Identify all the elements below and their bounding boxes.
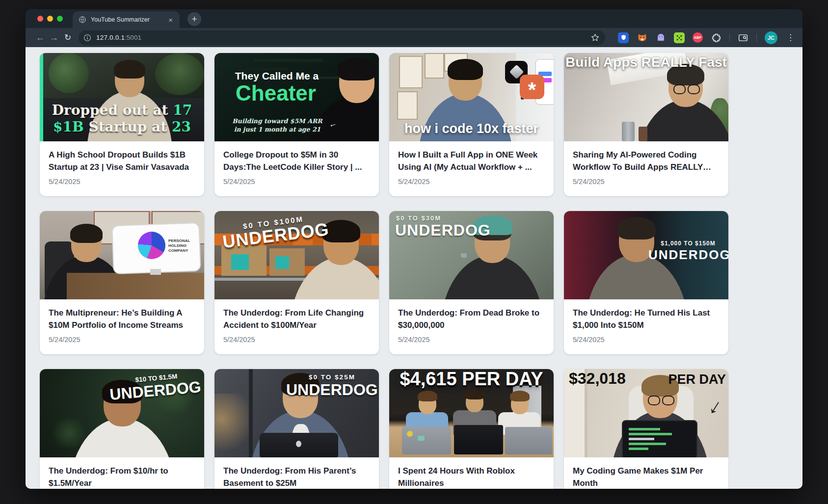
video-date: 5/24/2025	[223, 336, 370, 344]
browser-toolbar: ← → ↻ 127.0.0.1:5001	[26, 28, 802, 47]
forward-button[interactable]: →	[47, 31, 61, 45]
video-title: The Multipreneur: He’s Building A $10M P…	[49, 307, 195, 331]
page-content: Dropped out at 17$1B Startup at 23A High…	[26, 47, 802, 489]
video-thumbnail: $0 TO $30MUNDERDOG	[389, 211, 554, 299]
video-card[interactable]: Build Apps REALLY FastSharing My AI-Powe…	[564, 53, 728, 196]
thumbnail-shape	[461, 253, 467, 258]
video-title: A High School Dropout Builds $1B Startup…	[49, 149, 195, 173]
video-card-body: The Underdog: From $10/hr to $1.5M/Year	[40, 457, 204, 489]
back-button[interactable]: ←	[33, 31, 47, 45]
sidebar-search-icon[interactable]	[738, 32, 748, 43]
video-thumbnail: $32,018PER DAY↓	[564, 369, 728, 457]
thumbnail-shape	[399, 56, 423, 88]
new-tab-button[interactable]: +	[187, 12, 201, 26]
thumbnail-shape	[296, 441, 301, 447]
thumbnail-shape	[155, 53, 204, 95]
thumbnail-shape	[138, 232, 165, 259]
thumbnail-overlay-text: $32,018	[569, 370, 652, 387]
thumbnail-overlay-text: They Called Me a	[223, 71, 330, 82]
ghost-extension-icon[interactable]	[655, 32, 666, 43]
toolbar-divider	[756, 33, 757, 42]
extensions-puzzle-icon[interactable]	[711, 32, 721, 43]
video-card[interactable]: Dropped out at 17$1B Startup at 23A High…	[40, 53, 204, 196]
thumbnail-shape	[639, 127, 647, 141]
video-card-body: Sharing My AI-Powered Coding Workflow To…	[564, 141, 728, 186]
video-thumbnail: $0 TO $25MUNDERDOG	[214, 369, 379, 457]
thumbnail-person-glasses	[662, 396, 674, 406]
thumbnail-shape	[150, 269, 161, 275]
video-card-body: The Multipreneur: He’s Building A $10M P…	[40, 299, 204, 344]
thumbnail-overlay-text: PER DAY	[662, 372, 726, 387]
video-grid: Dropped out at 17$1B Startup at 23A High…	[26, 47, 802, 489]
video-thumbnail: PERSONAL HOLDING COMPANY	[40, 211, 204, 299]
fox-extension-icon[interactable]	[637, 32, 647, 43]
thumbnail-person-glasses	[648, 396, 660, 406]
video-thumbnail: $10 TO $1.5MUNDERDOG	[40, 369, 204, 457]
minimize-window-button[interactable]	[47, 16, 53, 22]
video-date: 5/24/2025	[398, 178, 545, 186]
video-card-body: A High School Dropout Builds $1B Startup…	[40, 141, 204, 186]
video-date: 5/24/2025	[49, 336, 195, 344]
favicon-globe-icon	[79, 16, 86, 24]
thumbnail-shape	[407, 431, 413, 437]
video-date: 5/24/2025	[398, 336, 545, 344]
tab-title: YouTube Summarizer	[91, 16, 166, 23]
video-card[interactable]: $4,615 PER DAYI Spent 24 Hours With Robl…	[389, 369, 554, 489]
video-date: 5/24/2025	[49, 178, 195, 186]
url-bar[interactable]: 127.0.0.1:5001	[79, 30, 605, 45]
thumbnail-overlay-text: in just 1 month at age 21	[228, 126, 326, 133]
thumbnail-overlay-text: PERSONAL HOLDING COMPANY	[168, 239, 196, 253]
close-window-button[interactable]	[37, 16, 43, 22]
dice-extension-icon[interactable]	[674, 32, 685, 43]
thumbnail-shape	[629, 448, 648, 450]
video-card[interactable]: $1,000 TO $150MUNDERDOGThe Underdog: He …	[564, 211, 728, 354]
video-thumbnail: $1,000 TO $150MUNDERDOG	[564, 211, 728, 299]
thumbnail-overlay-text: $1B Startup at 23	[40, 120, 204, 134]
video-card[interactable]: *how i code 10x fasterHow I Built a Full…	[389, 53, 554, 196]
site-info-icon[interactable]	[83, 34, 91, 42]
video-title: How I Built a Full App in ONE Week Using…	[398, 149, 545, 173]
thumbnail-overlay-text: Build Apps REALLY Fast	[564, 55, 728, 70]
video-title: I Spent 24 Hours With Roblox Millionaire…	[398, 465, 545, 489]
thumbnail-shape	[249, 369, 253, 457]
video-card[interactable]: $0 TO $100MUNDERDOGThe Underdog: From Li…	[214, 211, 379, 354]
thumbnail-overlay-text: UNDERDOG	[395, 222, 498, 239]
thumbnail-shape	[465, 389, 484, 399]
video-card[interactable]: $32,018PER DAY↓My Coding Game Makes $1M …	[564, 369, 728, 489]
thumbnail-shape	[254, 59, 322, 62]
profile-avatar[interactable]: JC	[765, 31, 777, 44]
video-thumbnail: $4,615 PER DAY	[389, 369, 554, 457]
video-card-body: The Underdog: From Life Changing Acciden…	[214, 299, 379, 344]
tab-close-icon[interactable]: ×	[166, 15, 175, 25]
video-card[interactable]: $10 TO $1.5MUNDERDOGThe Underdog: From $…	[40, 369, 204, 489]
thumbnail-shape	[397, 91, 418, 120]
video-card[interactable]: They Called Me aCheaterBuilding toward $…	[214, 53, 379, 196]
video-card[interactable]: PERSONAL HOLDING COMPANYThe Multipreneur…	[40, 211, 204, 354]
extensions-row: ABP JC ⋮	[618, 31, 796, 44]
video-title: The Underdog: He Turned His Last $1,000 …	[573, 307, 720, 331]
video-card-body: The Underdog: From His Parent’s Basement…	[214, 457, 379, 489]
url-host: 127.0.0.1	[96, 34, 125, 41]
browser-menu-icon[interactable]: ⋮	[785, 33, 796, 42]
browser-window: YouTube Summarizer × + ← → ↻ 127.0.0.1:5…	[26, 9, 802, 489]
thumbnail-shape	[629, 428, 660, 430]
thumbnail-shape	[454, 425, 503, 454]
browser-tab[interactable]: YouTube Summarizer ×	[73, 11, 180, 28]
video-card[interactable]: $0 TO $30MUNDERDOGThe Underdog: From Dea…	[389, 211, 554, 354]
video-card-body: How I Built a Full App in ONE Week Using…	[389, 141, 554, 186]
maximize-window-button[interactable]	[57, 16, 63, 22]
toolbar-divider	[729, 33, 730, 42]
bitwarden-extension-icon[interactable]	[618, 32, 629, 43]
thumbnail-shape	[418, 436, 425, 441]
adblock-plus-extension-icon[interactable]: ABP	[693, 32, 703, 43]
thumbnail-overlay-text: $4,615 PER DAY	[389, 369, 554, 389]
thumbnail-overlay-text: UNDERDOG	[286, 381, 377, 398]
thumbnail-shape	[629, 433, 672, 435]
video-card[interactable]: $0 TO $25MUNDERDOGThe Underdog: From His…	[214, 369, 379, 489]
url-port: :5001	[125, 34, 141, 41]
bookmark-star-icon[interactable]	[591, 33, 599, 42]
reload-button[interactable]: ↻	[61, 31, 75, 45]
thumbnail-person-hair	[114, 60, 146, 79]
video-card-body: College Dropout to $5M in 30 Days:The Le…	[214, 141, 379, 186]
thumbnail-person-hair	[448, 59, 483, 80]
